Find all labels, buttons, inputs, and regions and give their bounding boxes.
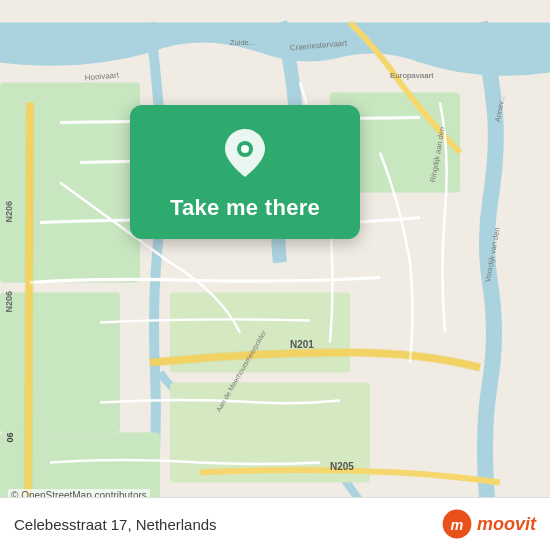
moovit-logo: m moovit	[441, 508, 536, 540]
svg-rect-1	[0, 83, 140, 283]
svg-text:N206: N206	[4, 201, 14, 223]
location-pin-icon	[223, 127, 267, 183]
address-label: Celebesstraat 17, Netherlands	[14, 516, 217, 533]
svg-text:06: 06	[5, 432, 15, 442]
svg-point-22	[241, 145, 249, 153]
bottom-bar: Celebesstraat 17, Netherlands m moovit	[0, 497, 550, 550]
take-me-there-label: Take me there	[170, 195, 320, 221]
moovit-icon: m	[441, 508, 473, 540]
svg-text:N201: N201	[290, 339, 314, 350]
take-me-there-button[interactable]: Take me there	[130, 105, 360, 239]
map-container: N206 N206 06 N201 N205 Hooivaart Craenes…	[0, 0, 550, 550]
svg-text:N206: N206	[4, 291, 14, 313]
svg-text:Europavaart: Europavaart	[390, 71, 434, 80]
svg-rect-2	[0, 293, 120, 433]
svg-text:Zuide...: Zuide...	[230, 38, 255, 47]
map-background: N206 N206 06 N201 N205 Hooivaart Craenes…	[0, 0, 550, 550]
svg-text:N205: N205	[330, 461, 354, 472]
svg-text:m: m	[451, 517, 464, 533]
moovit-brand-name: moovit	[477, 514, 536, 535]
